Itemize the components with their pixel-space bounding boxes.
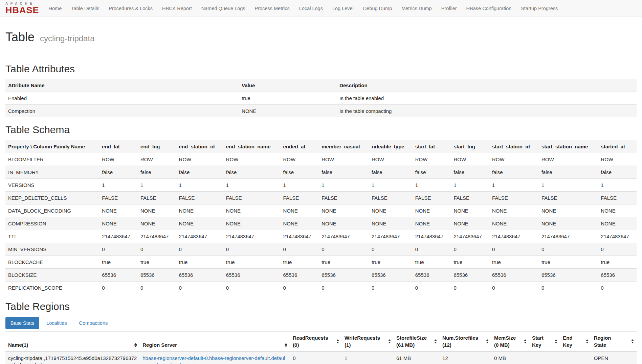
nav-link-home[interactable]: Home bbox=[44, 0, 67, 17]
sort-icon[interactable] bbox=[631, 339, 634, 343]
nav-link-process-metrics[interactable]: Process Metrics bbox=[250, 0, 294, 17]
nav-link-named-queue-logs[interactable]: Named Queue Logs bbox=[197, 0, 250, 17]
region-server-cell: hbase-regionserver-default-0.hbase-regio… bbox=[140, 351, 290, 364]
regions-col-name-1[interactable]: Name(1) bbox=[5, 332, 140, 352]
schema-value-started-at: 0 bbox=[598, 243, 637, 256]
regions-col-label: StorefileSize (61 MB) bbox=[396, 334, 427, 348]
region-start-key bbox=[529, 351, 560, 364]
schema-value-start-lat: 1 bbox=[413, 178, 451, 191]
nav-link-startup-progress[interactable]: Startup Progress bbox=[516, 0, 562, 17]
regions-col-writerequests[interactable]: WriteRequests (1) bbox=[342, 332, 394, 352]
sort-up-arrow bbox=[524, 339, 527, 341]
region-server-link[interactable]: hbase-regionserver-default-0.hbase-regio… bbox=[142, 355, 285, 364]
schema-value-end-station-name: NONE bbox=[223, 204, 281, 217]
schema-value-member-casual: false bbox=[319, 166, 369, 178]
sort-down-arrow bbox=[524, 342, 527, 343]
schema-value-started-at: false bbox=[598, 166, 637, 178]
nav-link-hbck-report[interactable]: HBCK Report bbox=[157, 0, 197, 17]
schema-value-ended-at: NONE bbox=[281, 204, 319, 217]
nav-item-hbase-configuration: HBase Configuration bbox=[462, 0, 516, 17]
schema-value-end-station-name: 2147483647 bbox=[223, 230, 281, 243]
regions-col-end[interactable]: End Key bbox=[560, 332, 591, 352]
sort-icon[interactable] bbox=[134, 343, 137, 347]
schema-value-start-station-name: 0 bbox=[539, 281, 598, 294]
nav-item-home: Home bbox=[44, 0, 67, 17]
schema-property-name: TTL bbox=[5, 230, 99, 243]
hbase-logo[interactable]: APACHE HBASE bbox=[3, 1, 44, 16]
regions-col-memsize[interactable]: MemSize (0 MB) bbox=[491, 332, 529, 352]
schema-value-rideable-type: FALSE bbox=[369, 191, 413, 204]
nav-item-hbck-report: HBCK Report bbox=[157, 0, 197, 17]
schema-value-end-lng: true bbox=[138, 256, 176, 268]
schema-value-end-lng: NONE bbox=[138, 217, 176, 230]
schema-row-data-block-encoding: DATA_BLOCK_ENCODINGNONENONENONENONENONEN… bbox=[5, 204, 637, 217]
regions-header-row: Name(1)Region ServerReadRequests (0)Writ… bbox=[5, 332, 637, 352]
schema-value-start-station-id: 1 bbox=[489, 178, 539, 191]
schema-value-start-lat: false bbox=[413, 166, 451, 178]
nav-link-procedures-locks[interactable]: Procedures & Locks bbox=[104, 0, 157, 17]
sort-up-arrow bbox=[586, 339, 589, 341]
schema-value-ended-at: 1 bbox=[281, 178, 319, 191]
schema-value-start-station-id: 0 bbox=[489, 243, 539, 256]
regions-col-num-storefiles[interactable]: Num.Storefiles (12) bbox=[440, 332, 491, 352]
schema-family-started-at: started_at bbox=[598, 140, 637, 153]
nav-item-process-metrics: Process Metrics bbox=[250, 0, 294, 17]
schema-value-end-lat: 0 bbox=[99, 281, 138, 294]
schema-value-start-lat: 0 bbox=[413, 281, 451, 294]
schema-value-started-at: ROW bbox=[598, 153, 637, 166]
nav-link-log-level[interactable]: Log Level bbox=[328, 0, 358, 17]
sort-icon[interactable] bbox=[336, 339, 339, 343]
nav-link-table-details[interactable]: Table Details bbox=[66, 0, 104, 17]
sort-down-arrow bbox=[486, 342, 489, 343]
region-name: cycling-tripdata,,1719475156245.e95d0a13… bbox=[5, 351, 140, 364]
sort-icon[interactable] bbox=[388, 339, 391, 343]
region-end-key bbox=[560, 351, 591, 364]
attribute-row-compaction: CompactionNONEIs the table compacting bbox=[5, 105, 637, 118]
regions-col-label: Region State bbox=[594, 334, 611, 348]
region-tab-link-compactions[interactable]: Compactions bbox=[74, 317, 113, 329]
regions-col-inner: Region Server bbox=[142, 341, 287, 348]
nav-item-profiler: Profiler bbox=[437, 0, 462, 17]
regions-col-inner: StorefileSize (61 MB) bbox=[396, 334, 437, 348]
schema-value-start-station-name: 1 bbox=[539, 178, 598, 191]
nav-link-metrics-dump[interactable]: Metrics Dump bbox=[397, 0, 436, 17]
schema-property-name: REPLICATION_SCOPE bbox=[5, 281, 99, 294]
schema-value-start-station-id: true bbox=[489, 256, 539, 268]
nav-link-hbase-configuration[interactable]: HBase Configuration bbox=[462, 0, 516, 17]
sort-icon[interactable] bbox=[434, 339, 437, 343]
schema-value-ended-at: ROW bbox=[281, 153, 319, 166]
schema-value-ended-at: true bbox=[281, 256, 319, 268]
sort-icon[interactable] bbox=[486, 339, 489, 343]
schema-value-member-casual: ROW bbox=[319, 153, 369, 166]
regions-col-readrequests[interactable]: ReadRequests (0) bbox=[290, 332, 342, 352]
schema-value-ended-at: 0 bbox=[281, 281, 319, 294]
regions-col-region[interactable]: Region State bbox=[591, 332, 637, 352]
sort-icon[interactable] bbox=[555, 339, 557, 343]
nav-link-debug-dump[interactable]: Debug Dump bbox=[358, 0, 397, 17]
regions-col-start[interactable]: Start Key bbox=[529, 332, 560, 352]
regions-col-label: ReadRequests (0) bbox=[293, 334, 328, 348]
region-tab-link-base-stats[interactable]: Base Stats bbox=[5, 317, 39, 329]
schema-property-name: MIN_VERSIONS bbox=[5, 243, 99, 256]
schema-value-start-lat: FALSE bbox=[413, 191, 451, 204]
nav-link-profiler[interactable]: Profiler bbox=[437, 0, 462, 17]
nav-item-debug-dump: Debug Dump bbox=[358, 0, 397, 17]
schema-value-start-station-id: NONE bbox=[489, 217, 539, 230]
schema-value-start-station-name: ROW bbox=[539, 153, 598, 166]
sort-icon[interactable] bbox=[524, 339, 527, 343]
schema-value-end-lng: 2147483647 bbox=[138, 230, 176, 243]
schema-value-start-station-name: FALSE bbox=[539, 191, 598, 204]
region-tab-link-localities[interactable]: Localities bbox=[41, 317, 72, 329]
sort-icon[interactable] bbox=[586, 339, 589, 343]
schema-value-end-station-id: ROW bbox=[176, 153, 223, 166]
table-regions-section: Table Regions Base StatsLocalitiesCompac… bbox=[5, 301, 637, 364]
regions-col-region-server[interactable]: Region Server bbox=[140, 332, 290, 352]
regions-col-storefilesize[interactable]: StorefileSize (61 MB) bbox=[394, 332, 440, 352]
schema-value-member-casual: 65536 bbox=[319, 268, 369, 281]
sort-down-arrow bbox=[134, 345, 137, 347]
nav-link-local-logs[interactable]: Local Logs bbox=[294, 0, 328, 17]
schema-value-start-station-id: ROW bbox=[489, 153, 539, 166]
schema-value-end-lat: NONE bbox=[99, 204, 138, 217]
sort-icon[interactable] bbox=[285, 343, 287, 347]
table-regions-heading: Table Regions bbox=[5, 301, 637, 313]
